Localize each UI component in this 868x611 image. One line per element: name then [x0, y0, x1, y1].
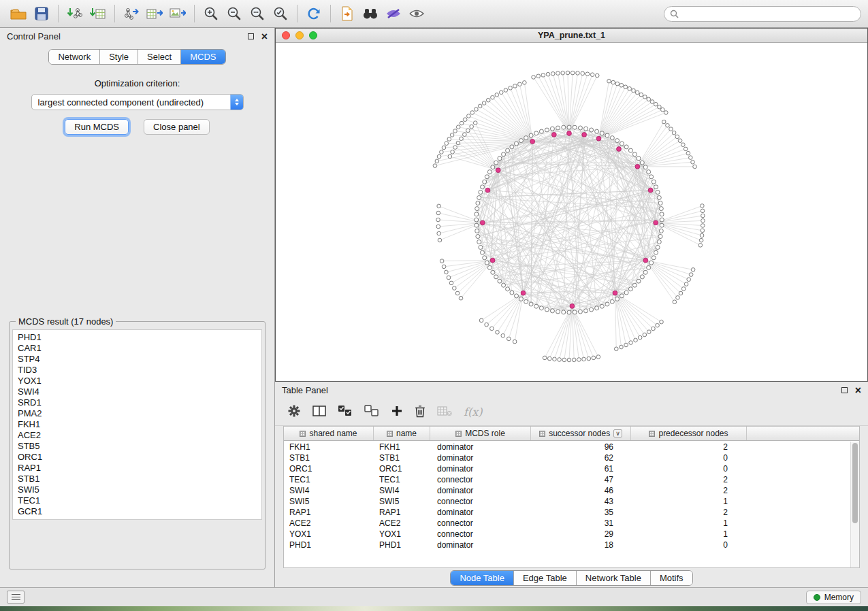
trash-icon [415, 404, 425, 418]
run-mcds-button[interactable]: Run MCDS [65, 119, 129, 135]
mcds-result-node[interactable]: YOX1 [18, 376, 257, 386]
select-all-button[interactable] [338, 405, 353, 420]
mcds-result-node[interactable]: TEC1 [18, 495, 257, 506]
binoculars-icon [362, 7, 379, 20]
close-panel-icon[interactable]: × [855, 385, 861, 396]
search-input[interactable] [682, 9, 855, 18]
cell-shared-name: RAP1 [284, 508, 374, 517]
mcds-result-node[interactable]: GCR1 [18, 506, 257, 517]
table-row[interactable]: RAP1 RAP1 dominator 35 2 [284, 507, 850, 518]
table-row[interactable]: YOX1 YOX1 connector 29 1 [284, 529, 850, 540]
mcds-result-node[interactable]: ACE2 [18, 430, 257, 441]
mcds-result-node[interactable]: PMA2 [18, 408, 257, 419]
control-panel-tab[interactable]: Network [49, 50, 100, 64]
window-zoom-button[interactable] [309, 31, 317, 39]
mcds-result-node[interactable]: RAP1 [18, 463, 257, 474]
mcds-result-node[interactable]: STB5 [18, 441, 257, 452]
network-window-titlebar[interactable]: YPA_prune.txt_1 [276, 29, 867, 43]
import-network-button[interactable] [63, 1, 86, 26]
show-columns-button[interactable] [312, 405, 326, 420]
export-table-button[interactable] [143, 1, 166, 26]
window-close-button[interactable] [282, 31, 290, 39]
table-tab[interactable]: Network Table [577, 571, 651, 585]
zoom-fit-button[interactable] [246, 1, 269, 26]
zoom-out-button[interactable] [223, 1, 246, 26]
window-minimize-button[interactable] [295, 31, 304, 39]
mcds-result-node[interactable]: FKH1 [18, 419, 257, 430]
column-header[interactable]: MCDS role [430, 427, 531, 440]
cell-mcds-role: dominator [430, 540, 531, 550]
table-row[interactable]: SWI4 SWI4 dominator 46 2 [284, 485, 850, 496]
mcds-result-node[interactable]: CAR1 [18, 343, 257, 354]
float-panel-icon[interactable] [841, 387, 848, 393]
clear-selection-button[interactable] [364, 405, 379, 420]
memory-button[interactable]: Memory [806, 591, 861, 604]
column-header[interactable]: predecessor nodes [631, 427, 747, 440]
network-graph[interactable] [276, 43, 867, 381]
table-row[interactable]: SWI5 SWI5 connector 43 1 [284, 496, 850, 507]
columns-icon [312, 405, 326, 417]
column-header[interactable] [747, 427, 859, 440]
column-settings-button[interactable] [287, 404, 301, 420]
control-panel-tab[interactable]: Select [138, 50, 181, 64]
mcds-result-node[interactable]: SRD1 [18, 397, 257, 408]
document-share-button[interactable] [336, 1, 359, 26]
search-field[interactable] [664, 6, 861, 22]
hide-details-icon [385, 7, 402, 20]
mcds-result-node[interactable]: SWI4 [18, 386, 257, 397]
open-file-button[interactable] [7, 1, 30, 26]
network-window-title: YPA_prune.txt_1 [538, 31, 605, 40]
control-panel-tab[interactable]: Style [100, 50, 138, 64]
export-network-button[interactable] [120, 1, 143, 26]
mcds-result-node[interactable]: STB1 [18, 474, 257, 484]
refresh-button[interactable] [302, 1, 325, 26]
table-row[interactable]: ORC1 ORC1 dominator 61 0 [284, 463, 850, 474]
zoom-in-button[interactable] [199, 1, 223, 26]
delete-table-button[interactable] [437, 406, 452, 419]
cell-successor-nodes: 35 [531, 508, 631, 517]
close-panel-icon[interactable]: × [261, 31, 268, 42]
column-type-icon [300, 431, 306, 437]
add-column-button[interactable] [391, 405, 403, 420]
export-image-button[interactable] [166, 1, 189, 26]
hide-details-button[interactable] [382, 1, 405, 26]
table-row[interactable]: PHD1 PHD1 dominator 18 0 [284, 540, 850, 550]
mcds-result-node[interactable]: TID3 [18, 365, 257, 376]
column-header[interactable]: name [374, 427, 430, 440]
mcds-result-node[interactable]: STP4 [18, 354, 257, 365]
mcds-result-node[interactable]: ORC1 [18, 452, 257, 463]
show-details-button[interactable] [405, 1, 428, 26]
table-row[interactable]: TEC1 TEC1 connector 47 2 [284, 474, 850, 485]
mcds-result-group: MCDS result (17 nodes) PHD1CAR1STP4TID3Y… [9, 316, 266, 569]
sort-indicator-icon[interactable]: ∨ [613, 429, 622, 437]
optimization-criterion-select[interactable]: largest connected component (undirected) [31, 94, 244, 110]
float-panel-icon[interactable] [248, 33, 254, 39]
panel-menu-button[interactable] [7, 591, 25, 604]
table-scrollbar[interactable] [850, 442, 859, 567]
table-row[interactable]: ACE2 ACE2 connector 31 1 [284, 518, 850, 529]
workspace: Control Panel × NetworkStyleSelectMCDS O… [0, 28, 868, 587]
network-view-window: YPA_prune.txt_1 [275, 28, 868, 382]
zoom-selected-button[interactable] [269, 1, 292, 26]
table-tab[interactable]: Edge Table [514, 571, 577, 585]
table-tab[interactable]: Node Table [451, 571, 514, 585]
table-tab[interactable]: Motifs [651, 571, 692, 585]
control-panel-tab[interactable]: MCDS [181, 50, 225, 64]
table-row[interactable]: FKH1 FKH1 dominator 96 2 [284, 442, 850, 452]
find-button[interactable] [359, 1, 382, 26]
column-header[interactable]: successor nodes ∨ [531, 427, 631, 440]
save-button[interactable] [30, 1, 53, 26]
delete-column-button[interactable] [415, 404, 425, 420]
function-builder-button[interactable]: f(x) [464, 406, 482, 418]
import-table-button[interactable] [86, 1, 110, 26]
scrollbar-thumb[interactable] [852, 443, 858, 523]
mcds-result-node[interactable]: PHD1 [18, 332, 257, 343]
network-canvas[interactable] [276, 43, 867, 381]
cell-name: RAP1 [374, 508, 430, 517]
mcds-result-node[interactable]: SWI5 [18, 484, 257, 495]
close-panel-button[interactable]: Close panel [144, 119, 210, 135]
table-row[interactable]: STB1 STB1 dominator 62 0 [284, 452, 850, 463]
cell-predecessor-nodes: 2 [631, 508, 747, 517]
cell-shared-name: YOX1 [284, 529, 374, 539]
column-header[interactable]: shared name [284, 427, 374, 440]
